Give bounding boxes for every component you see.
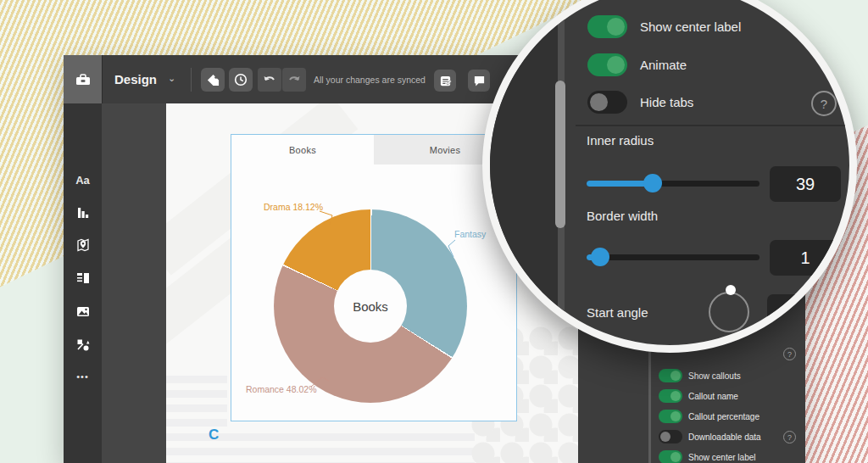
toggle-knob	[670, 452, 681, 462]
sidebar-item-maps[interactable]	[64, 232, 102, 258]
left-sidebar: Aa	[64, 55, 103, 463]
map-pin-icon	[76, 238, 90, 252]
inner-radius-slider[interactable]	[587, 181, 760, 187]
start-angle-dial[interactable]	[709, 292, 749, 332]
donut-center-label: Books	[353, 299, 388, 314]
toggle-callout-percentage[interactable]	[659, 410, 682, 423]
toggle-hide-tabs-mag-label: Hide tabs	[640, 95, 693, 109]
toggle-show-center-label-mag-label: Show center label	[640, 20, 741, 34]
clock-icon	[234, 73, 248, 86]
history-button[interactable]	[229, 68, 253, 92]
toggle-knob	[670, 371, 681, 381]
undo-icon	[263, 74, 276, 86]
donut-center: Books	[334, 270, 407, 343]
sidebar-item-charts[interactable]	[64, 200, 102, 226]
chart-selection[interactable]: Books Movies Books Drama 18.12% Fantasy …	[231, 134, 517, 421]
toggle-knob	[590, 93, 608, 111]
skeleton-row	[166, 448, 475, 455]
toggle-knob	[670, 411, 681, 421]
callout-drama-line	[319, 210, 337, 227]
skeleton-row	[166, 390, 227, 398]
chevron-down-icon[interactable]: ⌄	[168, 73, 175, 84]
skeleton-row	[166, 376, 227, 383]
sidebar-item-shapes[interactable]	[64, 332, 102, 357]
toggle-show-callouts[interactable]	[659, 369, 682, 382]
slider-fill	[587, 181, 653, 187]
tab-books[interactable]: Books	[231, 135, 374, 165]
redo-button[interactable]	[282, 68, 306, 92]
inner-radius-label: Inner radius	[587, 133, 654, 148]
notes-button[interactable]	[434, 70, 456, 92]
comments-button[interactable]	[468, 70, 490, 92]
border-width-slider[interactable]	[587, 254, 760, 260]
undo-button[interactable]	[258, 68, 281, 92]
toggle-callout-name-label: Callout name	[688, 392, 738, 401]
start-angle-dial-dot[interactable]	[726, 285, 736, 295]
toggle-animate-mag[interactable]	[587, 53, 627, 76]
chat-bubble-icon	[473, 75, 486, 87]
rotate-handle[interactable]: C	[209, 427, 219, 443]
tags-button[interactable]	[201, 68, 225, 92]
sidebar-item-more[interactable]: •••	[64, 364, 102, 389]
toggle-knob	[607, 56, 625, 74]
toggle-show-center-label-label: Show center label	[688, 453, 756, 462]
sync-status: All your changes are synced	[314, 75, 426, 85]
bar-chart-icon	[76, 206, 90, 220]
secondary-panel	[102, 103, 166, 463]
start-angle-label: Start angle	[587, 305, 648, 320]
toolbar-divider	[191, 68, 192, 92]
design-menu[interactable]: Design	[114, 72, 157, 86]
magnified-scrollbar-thumb[interactable]	[555, 81, 565, 228]
tab-movies-label: Movies	[430, 145, 461, 155]
tag-icon	[207, 74, 220, 86]
toolbox-icon	[75, 73, 91, 86]
note-edit-icon	[439, 75, 452, 87]
inner-radius-value[interactable]: 39	[770, 166, 841, 202]
toggle-callout-name[interactable]	[659, 389, 682, 403]
help-icon[interactable]: ?	[783, 348, 796, 360]
skeleton-row	[166, 404, 227, 412]
redo-icon	[287, 74, 301, 86]
shapes-icon	[76, 338, 90, 351]
toggle-knob	[670, 391, 681, 401]
help-icon[interactable]: ?	[783, 431, 796, 443]
sidebar-item-text[interactable]: Aa	[64, 167, 102, 192]
toggle-hide-tabs-mag[interactable]	[587, 91, 627, 114]
toggle-downloadable-data-label: Downloadable data	[688, 432, 761, 442]
toggle-knob	[607, 18, 625, 36]
toggle-show-center-label[interactable]	[659, 450, 682, 463]
border-width-knob[interactable]	[591, 248, 609, 266]
callout-fantasy-line	[445, 239, 464, 259]
sidebar-item-images[interactable]	[64, 298, 102, 324]
callout-romance: Romance 48.02%	[246, 384, 316, 394]
inner-radius-knob[interactable]	[643, 174, 662, 192]
callout-drama: Drama 18.12%	[264, 202, 323, 212]
toggle-show-callouts-label: Show callouts	[688, 371, 741, 381]
tab-books-label: Books	[289, 145, 316, 155]
toggle-knob	[660, 432, 670, 442]
layout-icon	[76, 272, 90, 284]
border-width-label: Border width	[587, 209, 658, 223]
help-icon-mag[interactable]: ?	[811, 91, 837, 116]
skeleton-row	[166, 419, 227, 427]
sidebar-item-layout[interactable]	[64, 265, 102, 291]
toggle-downloadable-data[interactable]	[659, 430, 682, 443]
home-button[interactable]	[64, 55, 102, 103]
image-icon	[76, 306, 90, 317]
callout-romance-line	[310, 373, 332, 388]
toggle-callout-percentage-label: Callout percentage	[688, 412, 760, 421]
callout-fantasy: Fantasy	[454, 229, 486, 239]
toggle-animate-mag-label: Animate	[640, 58, 687, 72]
toggle-show-center-label-mag[interactable]	[587, 15, 627, 38]
divider	[576, 125, 849, 126]
